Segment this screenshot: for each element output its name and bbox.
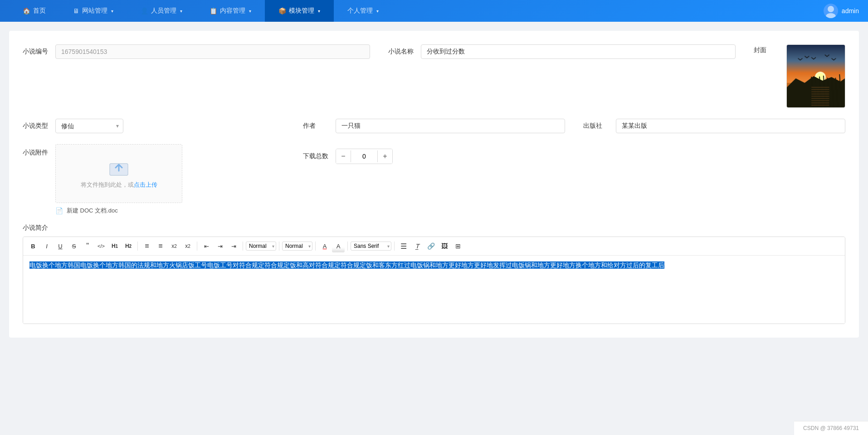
intro-label: 小说简介 (23, 224, 845, 232)
content-icon: 📋 (210, 7, 217, 14)
file-item: 📄 新建 DOC 文档.doc (55, 207, 845, 215)
quote-button[interactable]: " (81, 240, 94, 252)
novel-id-label: 小说编号 (23, 48, 50, 56)
align-left-button[interactable]: ⇤ (200, 240, 213, 252)
nav-home[interactable]: 🏠 首页 (9, 0, 59, 22)
bold-button[interactable]: B (27, 240, 39, 252)
font-size-select-wrap: Normal (246, 242, 276, 251)
csdn-text: CSDN @ 37866 49731 (803, 425, 859, 431)
svg-point-1 (826, 13, 836, 18)
svg-point-0 (828, 6, 834, 12)
chevron-down-icon: ▾ (111, 9, 113, 14)
font-color-button[interactable]: A (318, 240, 331, 252)
separator-2 (197, 242, 197, 251)
separator-4 (279, 242, 279, 251)
clear-format-button[interactable]: T̲ (411, 240, 424, 252)
novel-type-select[interactable]: 修仙 (55, 119, 123, 133)
nav-content-label: 内容管理 (220, 7, 245, 15)
file-icon: 📄 (55, 207, 63, 214)
decrement-button[interactable]: − (336, 149, 351, 164)
nav-website-label: 网站管理 (82, 7, 107, 15)
novel-name-input[interactable] (421, 44, 736, 59)
file-name: 新建 DOC 文档.doc (67, 207, 118, 215)
editor-content[interactable]: 电饭换个地方韩国电饭换个地方韩国的法规和地方火锅店饭工号电饭工号对符合规定符合规… (23, 256, 845, 324)
download-label: 下载总数 (303, 152, 330, 160)
code-button[interactable]: </> (95, 240, 107, 252)
h1-button[interactable]: H1 (108, 240, 121, 252)
strikethrough-button[interactable]: S (68, 240, 80, 252)
nav-home-label: 首页 (33, 7, 46, 15)
chevron-down-icon-4: ▾ (318, 9, 320, 14)
module-icon: 📦 (278, 7, 286, 14)
username: admin (842, 7, 859, 14)
novel-name-label: 小说名称 (388, 48, 415, 56)
nav-module-label: 模块管理 (289, 7, 314, 15)
italic-button[interactable]: I (40, 240, 53, 252)
link-button[interactable]: 🔗 (424, 240, 437, 252)
nav-personal[interactable]: 个人管理 ▾ (334, 0, 392, 22)
separator-3 (243, 242, 243, 251)
nav-right: admin (824, 4, 859, 18)
website-icon: 🖥 (73, 7, 79, 14)
avatar (824, 4, 838, 18)
cover-label: 封面 (754, 46, 781, 54)
chevron-down-icon-3: ▾ (249, 9, 251, 14)
editor-container: B I U S " </> H1 H2 ≡ ≡ x2 x2 ⇤ ⇥ ⇥ (23, 237, 845, 324)
author-label: 作者 (303, 122, 330, 130)
form-card: 小说编号 小说名称 封面 小说类型 修仙 (9, 31, 859, 338)
download-input[interactable] (351, 150, 378, 162)
chevron-down-icon-2: ▾ (180, 9, 182, 14)
bg-color-button[interactable]: A (332, 240, 345, 252)
increment-button[interactable]: + (378, 149, 392, 164)
novel-type-label: 小说类型 (23, 122, 50, 130)
subscript-button[interactable]: x2 (168, 240, 180, 252)
main-content: 小说编号 小说名称 封面 小说类型 修仙 (0, 22, 868, 435)
novel-id-input[interactable] (55, 44, 370, 59)
separator-7 (394, 242, 395, 251)
navigation-bar: 🏠 首页 🖥 网站管理 ▾ 👤 人员管理 ▾ 📋 内容管理 ▾ 📦 模块管理 ▾… (0, 0, 868, 22)
separator-5 (315, 242, 316, 251)
align-center-button[interactable]: ☰ (397, 240, 410, 252)
superscript-button[interactable]: x2 (181, 240, 194, 252)
image-button[interactable]: 🖼 (438, 240, 451, 252)
attachment-label: 小说附件 (23, 149, 50, 157)
selected-text: 电饭换个地方韩国电饭换个地方韩国的法规和地方火锅店饭工号电饭工号对符合规定符合规… (29, 261, 664, 269)
align-right-button[interactable]: ⇥ (214, 240, 226, 252)
nav-module[interactable]: 📦 模块管理 ▾ (265, 0, 334, 22)
upload-area[interactable]: 将文件拖到此处，或点击上传 (55, 144, 182, 203)
intro-section: 小说简介 B I U S " </> H1 H2 ≡ ≡ x2 x2 (23, 224, 845, 324)
font-family-select-wrap: Sans Serif (351, 242, 391, 251)
underline-button[interactable]: U (54, 240, 67, 252)
font-family-select[interactable]: Sans Serif (351, 242, 391, 251)
font-style-select-wrap: Normal (282, 242, 312, 251)
novel-type-select-wrapper: 修仙 (55, 119, 123, 133)
font-size-select[interactable]: Normal (246, 242, 276, 251)
upload-icon (107, 158, 130, 176)
upload-link[interactable]: 点击上传 (134, 181, 157, 188)
author-input[interactable] (336, 119, 565, 133)
nav-website[interactable]: 🖥 网站管理 ▾ (59, 0, 127, 22)
bottom-bar: CSDN @ 37866 49731 (794, 421, 868, 435)
editor-toolbar: B I U S " </> H1 H2 ≡ ≡ x2 x2 ⇤ ⇥ ⇥ (23, 237, 845, 256)
chevron-down-icon-5: ▾ (376, 9, 379, 14)
nav-users[interactable]: 👤 人员管理 ▾ (127, 0, 196, 22)
font-style-select[interactable]: Normal (282, 242, 312, 251)
users-icon: 👤 (141, 7, 148, 14)
upload-text: 将文件拖到此处，或点击上传 (81, 181, 157, 189)
unordered-list-button[interactable]: ≡ (154, 240, 167, 252)
nav-personal-label: 个人管理 (347, 7, 373, 15)
ordered-list-button[interactable]: ≡ (141, 240, 153, 252)
cover-image[interactable] (786, 44, 845, 108)
publisher-input[interactable] (616, 119, 845, 133)
publisher-label: 出版社 (583, 122, 610, 130)
nav-content[interactable]: 📋 内容管理 ▾ (196, 0, 265, 22)
download-stepper: − + (336, 149, 393, 164)
table-button[interactable]: ⊞ (452, 240, 464, 252)
home-icon: 🏠 (23, 7, 30, 14)
h2-button[interactable]: H2 (122, 240, 135, 252)
nav-users-label: 人员管理 (151, 7, 176, 15)
indent-button[interactable]: ⇥ (227, 240, 240, 252)
separator-1 (137, 242, 138, 251)
nav-items: 🏠 首页 🖥 网站管理 ▾ 👤 人员管理 ▾ 📋 内容管理 ▾ 📦 模块管理 ▾… (9, 0, 824, 22)
separator-6 (347, 242, 348, 251)
